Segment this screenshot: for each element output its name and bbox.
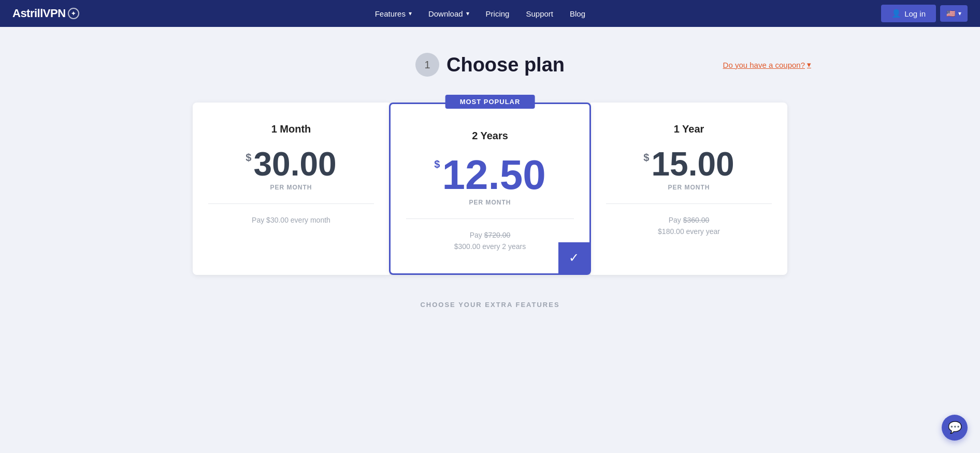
per-month-label: PER MONTH <box>606 184 772 191</box>
plan-billing: Pay $30.00 every month <box>208 214 374 226</box>
chevron-down-icon: ▾ <box>958 10 961 17</box>
main-content: 1 Choose plan Do you have a coupon? ▾ 1 … <box>127 27 853 334</box>
nav-blog[interactable]: Blog <box>564 6 592 21</box>
chat-button[interactable]: 💬 <box>942 415 968 441</box>
logo-star-icon: ✦ <box>68 8 79 19</box>
plan-price: 15.00 <box>651 148 734 181</box>
nav-download[interactable]: Download ▾ <box>422 6 475 21</box>
plan-name: 1 Year <box>606 123 772 135</box>
extra-features-label: CHOOSE YOUR EXTRA FEATURES <box>138 301 842 309</box>
plan-price-container: $ 12.50 <box>406 154 574 196</box>
logo[interactable]: AstrillVPN ✦ <box>12 7 79 20</box>
page-header: 1 Choose plan Do you have a coupon? ▾ <box>138 53 842 77</box>
nav-pricing[interactable]: Pricing <box>480 6 516 21</box>
plan-billing: Pay $720.00 $300.00 every 2 years <box>406 229 574 253</box>
plan-price-container: $ 30.00 <box>208 148 374 181</box>
most-popular-badge: MOST POPULAR <box>445 95 535 109</box>
plan-1month[interactable]: 1 Month $ 30.00 PER MONTH Pay $30.00 eve… <box>193 103 390 275</box>
original-price: $360.00 <box>683 216 710 224</box>
chevron-down-icon: ▾ <box>807 60 811 69</box>
chevron-down-icon: ▾ <box>409 10 412 17</box>
user-icon: 👤 <box>891 9 901 18</box>
coupon-link[interactable]: Do you have a coupon? ▾ <box>723 60 811 69</box>
flag-icon: 🇺🇸 <box>946 9 955 18</box>
nav-support[interactable]: Support <box>520 6 559 21</box>
plan-price: 12.50 <box>442 154 545 196</box>
language-selector[interactable]: 🇺🇸 ▾ <box>940 5 968 22</box>
plan-divider <box>406 218 574 219</box>
login-button[interactable]: 👤 Log in <box>881 5 936 22</box>
per-month-label: PER MONTH <box>208 184 374 191</box>
per-month-label: PER MONTH <box>406 199 574 206</box>
plan-name: 1 Month <box>208 123 374 135</box>
plans-container: 1 Month $ 30.00 PER MONTH Pay $30.00 eve… <box>138 103 842 275</box>
plan-price: 30.00 <box>253 148 336 181</box>
page-title: Choose plan <box>446 54 565 76</box>
nav-links: Features ▾ Download ▾ Pricing Support Bl… <box>369 6 592 21</box>
plan-price-container: $ 15.00 <box>606 148 772 181</box>
navigation: AstrillVPN ✦ Features ▾ Download ▾ Prici… <box>0 0 980 27</box>
plan-divider <box>208 203 374 204</box>
nav-right: 👤 Log in 🇺🇸 ▾ <box>881 5 968 22</box>
plan-1year[interactable]: 1 Year $ 15.00 PER MONTH Pay $360.00 $18… <box>590 103 787 275</box>
step-badge: 1 <box>415 53 439 77</box>
plan-2years[interactable]: MOST POPULAR 2 Years $ 12.50 PER MONTH P… <box>389 103 591 275</box>
chat-icon: 💬 <box>948 421 962 434</box>
currency-symbol: $ <box>246 152 251 164</box>
logo-text: AstrillVPN <box>12 7 66 20</box>
plan-divider <box>606 203 772 204</box>
selected-check-icon: ✓ <box>558 242 589 273</box>
nav-features[interactable]: Features ▾ <box>369 6 418 21</box>
original-price: $720.00 <box>484 231 511 239</box>
chevron-down-icon: ▾ <box>466 10 469 17</box>
plan-billing: Pay $360.00 $180.00 every year <box>606 214 772 238</box>
currency-symbol: $ <box>434 158 440 170</box>
plan-name: 2 Years <box>406 130 574 142</box>
currency-symbol: $ <box>643 152 649 164</box>
